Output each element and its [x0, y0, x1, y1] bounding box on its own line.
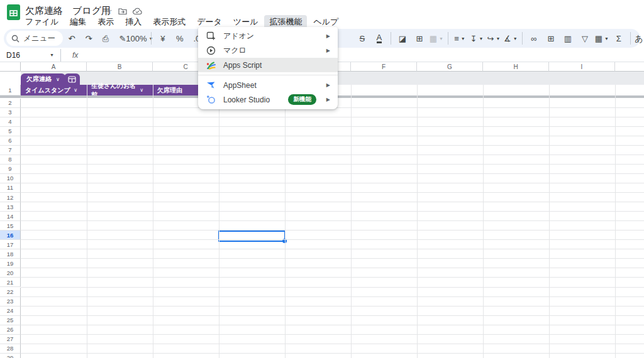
- row-header-12[interactable]: 12: [0, 193, 21, 202]
- google-sheets-app: 欠席連絡 ブログ用 ☆ ファイル編集表示挿入表示形式データツール拡張機能ヘルプ …: [0, 0, 644, 358]
- row-header-21[interactable]: 21: [0, 278, 21, 287]
- format-percent-button[interactable]: %: [172, 31, 188, 46]
- borders-button[interactable]: ⊞: [411, 31, 428, 46]
- formula-bar-divider: [60, 49, 61, 62]
- search-label: メニュー: [23, 33, 55, 44]
- insert-chart-button[interactable]: ▥: [560, 31, 576, 46]
- merge-cells-button-glyph: ▦: [430, 35, 437, 43]
- undo-button[interactable]: ↶: [64, 31, 80, 46]
- toolbar-divider: [151, 32, 152, 45]
- text-rotation-button[interactable]: ∡▼: [502, 31, 519, 46]
- submenu-arrow-icon: ▶: [326, 82, 330, 88]
- column-header-B[interactable]: B: [87, 62, 153, 72]
- vertical-align-button[interactable]: ↧▼: [469, 31, 485, 46]
- column-header-I[interactable]: I: [549, 62, 615, 72]
- insert-comment-button[interactable]: ⊞: [543, 31, 559, 46]
- print-button[interactable]: ⎙: [97, 31, 114, 46]
- gridline-horizontal: [21, 211, 644, 212]
- table-menu-chevron-icon[interactable]: ∨: [56, 77, 60, 82]
- table-name-chip[interactable]: 欠席連絡 ∨: [21, 73, 65, 85]
- row-header-20[interactable]: 20: [0, 268, 21, 278]
- row-header-16[interactable]: 16: [0, 231, 21, 240]
- row-header-18[interactable]: 18: [0, 249, 21, 259]
- row-header-3[interactable]: 3: [0, 108, 21, 117]
- row-header-13[interactable]: 13: [0, 202, 21, 212]
- format-currency-button-glyph: ¥: [160, 35, 165, 43]
- row-header-19[interactable]: 19: [0, 259, 21, 268]
- row-header-7[interactable]: 7: [0, 146, 21, 155]
- row-header-2[interactable]: 2: [0, 99, 21, 108]
- row-header-10[interactable]: 10: [0, 174, 21, 183]
- insert-chart-button-glyph: ▥: [564, 35, 572, 43]
- select-all-corner[interactable]: [0, 62, 21, 72]
- row-header-22[interactable]: 22: [0, 288, 21, 297]
- zoom-select[interactable]: 100%▼: [131, 31, 148, 46]
- row-header-25[interactable]: 25: [0, 316, 21, 325]
- format-currency-button[interactable]: ¥: [155, 31, 171, 46]
- gridline-horizontal: [21, 353, 644, 354]
- functions-button[interactable]: Σ: [611, 31, 627, 46]
- name-box[interactable]: D16 ▼: [0, 51, 58, 60]
- create-filter-button[interactable]: ▽: [577, 31, 593, 46]
- row-header-9[interactable]: 9: [0, 165, 21, 174]
- row-header-27[interactable]: 27: [0, 335, 21, 344]
- cloud-saved-icon[interactable]: [133, 8, 142, 15]
- table-header-生徒さんのお名前[interactable]: 生徒さんのお名前∨: [87, 85, 153, 95]
- column-header-G[interactable]: G: [417, 62, 483, 72]
- row-header-5[interactable]: 5: [0, 127, 21, 136]
- column-header-F[interactable]: F: [351, 62, 417, 72]
- strikethrough-button[interactable]: S: [354, 31, 370, 46]
- menubar-item-ファイル[interactable]: ファイル: [20, 15, 64, 29]
- table-grid-icon: [68, 76, 76, 83]
- menubar-item-表示[interactable]: 表示: [92, 15, 119, 29]
- row-header-1[interactable]: 1: [0, 85, 21, 95]
- table-views-button[interactable]: ▦▼: [594, 31, 610, 46]
- menu-item-アドオン[interactable]: アドオン▶: [198, 29, 338, 43]
- text-color-button[interactable]: A: [371, 31, 387, 46]
- table-options-tab[interactable]: [64, 73, 80, 85]
- column-header-A[interactable]: A: [21, 62, 87, 72]
- fill-color-button[interactable]: ◪: [394, 31, 411, 46]
- menu-item-マクロ[interactable]: マクロ▶: [198, 43, 338, 58]
- menubar-item-表示形式[interactable]: 表示形式: [148, 15, 191, 29]
- row-header-23[interactable]: 23: [0, 297, 21, 306]
- search-menus[interactable]: メニュー: [6, 31, 63, 46]
- row-header-8[interactable]: 8: [0, 155, 21, 165]
- menu-item-label: マクロ: [223, 45, 319, 56]
- menu-item-appsheet[interactable]: AppSheet▶: [198, 78, 338, 92]
- column-dropdown-icon[interactable]: ∨: [74, 87, 82, 93]
- selected-cell-D16[interactable]: [218, 231, 286, 242]
- star-icon[interactable]: ☆: [105, 6, 113, 16]
- row-header-24[interactable]: 24: [0, 306, 21, 316]
- text-wrap-button[interactable]: ↪▼: [486, 31, 502, 46]
- submenu-arrow-icon: ▶: [326, 48, 330, 53]
- google-sheets-logo[interactable]: [6, 4, 21, 20]
- merge-cells-button: ▦▼: [428, 31, 445, 46]
- print-button-glyph: ⎙: [103, 35, 109, 43]
- menubar-item-挿入[interactable]: 挿入: [120, 15, 147, 29]
- column-header-H[interactable]: H: [483, 62, 549, 72]
- column-header-J[interactable]: J: [615, 62, 644, 72]
- redo-button[interactable]: ↷: [80, 31, 97, 46]
- row-header-29[interactable]: 29: [0, 354, 21, 358]
- row-header-11[interactable]: 11: [0, 183, 21, 193]
- menubar-item-編集[interactable]: 編集: [65, 15, 91, 29]
- table-header-row: タイムスタンプ∨生徒さんのお名前∨欠席理由: [21, 85, 219, 95]
- row-header-26[interactable]: 26: [0, 325, 21, 335]
- row-header-14[interactable]: 14: [0, 212, 21, 221]
- input-tools-button[interactable]: あ▼: [634, 31, 644, 46]
- horizontal-align-button[interactable]: ≡▼: [452, 31, 468, 46]
- row-header-28[interactable]: 28: [0, 344, 21, 354]
- row-header-4[interactable]: 4: [0, 117, 21, 127]
- column-dropdown-icon[interactable]: ∨: [140, 87, 148, 93]
- dropdown-caret-icon: ▼: [604, 36, 609, 41]
- namebox-dropdown-icon[interactable]: ▼: [50, 53, 54, 57]
- row-header-17[interactable]: 17: [0, 240, 21, 249]
- move-folder-icon[interactable]: [118, 8, 127, 15]
- row-header-6[interactable]: 6: [0, 136, 21, 146]
- row-header-15[interactable]: 15: [0, 221, 21, 231]
- menu-item-looker-studio[interactable]: Looker Studio新機能▶: [198, 92, 338, 107]
- insert-link-button[interactable]: ∞: [526, 31, 542, 46]
- table-header-タイムスタンプ[interactable]: タイムスタンプ∨: [21, 85, 87, 95]
- menu-item-apps-script[interactable]: Apps Script: [198, 58, 338, 72]
